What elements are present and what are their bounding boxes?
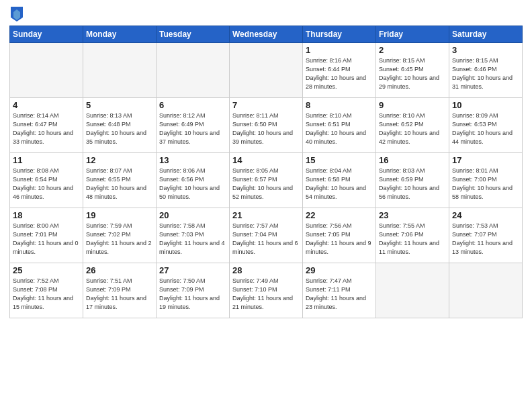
day-number: 16 [379, 155, 446, 165]
calendar-cell: 14Sunrise: 8:05 AMSunset: 6:57 PMDayligh… [230, 153, 303, 208]
day-info: Sunrise: 8:11 AMSunset: 6:50 PMDaylight:… [232, 111, 300, 146]
day-info: Sunrise: 8:08 AMSunset: 6:54 PMDaylight:… [13, 167, 80, 201]
calendar-cell: 23Sunrise: 7:55 AMSunset: 7:06 PMDayligh… [376, 208, 449, 263]
calendar-cell: 22Sunrise: 7:56 AMSunset: 7:05 PMDayligh… [303, 208, 376, 263]
calendar-cell: 5Sunrise: 8:13 AMSunset: 6:48 PMDaylight… [83, 98, 157, 153]
calendar-cell: 27Sunrise: 7:50 AMSunset: 7:09 PMDayligh… [157, 263, 230, 318]
calendar-cell: 17Sunrise: 8:01 AMSunset: 7:00 PMDayligh… [449, 153, 523, 208]
calendar-cell: 8Sunrise: 8:10 AMSunset: 6:51 PMDaylight… [303, 98, 376, 153]
calendar-cell: 24Sunrise: 7:53 AMSunset: 7:07 PMDayligh… [449, 208, 523, 263]
day-number: 7 [232, 100, 300, 110]
day-number: 4 [13, 100, 80, 110]
day-number: 28 [232, 265, 300, 275]
day-info: Sunrise: 8:00 AMSunset: 7:01 PMDaylight:… [13, 222, 80, 257]
day-info: Sunrise: 8:06 AMSunset: 6:56 PMDaylight:… [159, 167, 226, 201]
calendar-cell: 9Sunrise: 8:10 AMSunset: 6:52 PMDaylight… [376, 98, 449, 153]
day-info: Sunrise: 7:58 AMSunset: 7:03 PMDaylight:… [159, 222, 226, 257]
day-info: Sunrise: 7:57 AMSunset: 7:04 PMDaylight:… [232, 222, 300, 257]
day-number: 20 [159, 210, 226, 220]
logo [9, 7, 23, 21]
day-number: 12 [86, 155, 153, 165]
day-info: Sunrise: 8:03 AMSunset: 6:59 PMDaylight:… [379, 167, 446, 201]
day-info: Sunrise: 8:09 AMSunset: 6:53 PMDaylight:… [452, 111, 519, 146]
day-info: Sunrise: 7:51 AMSunset: 7:09 PMDaylight:… [86, 277, 153, 312]
day-info: Sunrise: 7:49 AMSunset: 7:10 PMDaylight:… [232, 277, 300, 312]
day-number: 27 [159, 265, 226, 275]
calendar-cell: 10Sunrise: 8:09 AMSunset: 6:53 PMDayligh… [449, 98, 523, 153]
calendar-cell: 1Sunrise: 8:16 AMSunset: 6:44 PMDaylight… [303, 43, 376, 98]
col-header-thursday: Thursday [303, 26, 376, 43]
day-number: 26 [86, 265, 153, 275]
calendar-cell: 18Sunrise: 8:00 AMSunset: 7:01 PMDayligh… [10, 208, 83, 263]
header [9, 7, 523, 21]
day-number: 19 [86, 210, 153, 220]
calendar-cell [157, 43, 230, 98]
calendar-week-2: 4Sunrise: 8:14 AMSunset: 6:47 PMDaylight… [10, 98, 523, 153]
calendar-cell [376, 263, 449, 318]
day-number: 6 [159, 100, 226, 110]
calendar-cell: 11Sunrise: 8:08 AMSunset: 6:54 PMDayligh… [10, 153, 83, 208]
calendar-table: SundayMondayTuesdayWednesdayThursdayFrid… [9, 26, 523, 318]
calendar-cell: 25Sunrise: 7:52 AMSunset: 7:08 PMDayligh… [10, 263, 83, 318]
day-info: Sunrise: 8:15 AMSunset: 6:45 PMDaylight:… [379, 56, 446, 91]
calendar-cell: 28Sunrise: 7:49 AMSunset: 7:10 PMDayligh… [230, 263, 303, 318]
day-number: 22 [306, 210, 373, 220]
calendar-week-3: 11Sunrise: 8:08 AMSunset: 6:54 PMDayligh… [10, 153, 523, 208]
day-number: 29 [306, 265, 373, 275]
day-info: Sunrise: 8:16 AMSunset: 6:44 PMDaylight:… [306, 56, 373, 91]
day-info: Sunrise: 7:59 AMSunset: 7:02 PMDaylight:… [86, 222, 153, 257]
day-number: 17 [452, 155, 519, 165]
day-number: 13 [159, 155, 226, 165]
day-info: Sunrise: 8:04 AMSunset: 6:58 PMDaylight:… [306, 167, 373, 201]
calendar-cell: 3Sunrise: 8:15 AMSunset: 6:46 PMDaylight… [449, 43, 523, 98]
day-number: 15 [306, 155, 373, 165]
day-info: Sunrise: 7:50 AMSunset: 7:09 PMDaylight:… [159, 277, 226, 312]
day-number: 14 [232, 155, 300, 165]
day-number: 25 [13, 265, 80, 275]
day-info: Sunrise: 8:13 AMSunset: 6:48 PMDaylight:… [86, 111, 153, 146]
day-info: Sunrise: 7:56 AMSunset: 7:05 PMDaylight:… [306, 222, 373, 257]
day-number: 1 [306, 45, 373, 55]
day-info: Sunrise: 8:10 AMSunset: 6:51 PMDaylight:… [306, 111, 373, 146]
day-number: 3 [452, 45, 519, 55]
day-info: Sunrise: 8:10 AMSunset: 6:52 PMDaylight:… [379, 111, 446, 146]
calendar-cell: 21Sunrise: 7:57 AMSunset: 7:04 PMDayligh… [230, 208, 303, 263]
calendar-cell: 7Sunrise: 8:11 AMSunset: 6:50 PMDaylight… [230, 98, 303, 153]
calendar-cell: 2Sunrise: 8:15 AMSunset: 6:45 PMDaylight… [376, 43, 449, 98]
day-number: 11 [13, 155, 80, 165]
day-number: 10 [452, 100, 519, 110]
calendar-cell: 15Sunrise: 8:04 AMSunset: 6:58 PMDayligh… [303, 153, 376, 208]
calendar-cell: 12Sunrise: 8:07 AMSunset: 6:55 PMDayligh… [83, 153, 157, 208]
day-number: 23 [379, 210, 446, 220]
calendar-cell: 16Sunrise: 8:03 AMSunset: 6:59 PMDayligh… [376, 153, 449, 208]
page-container: SundayMondayTuesdayWednesdayThursdayFrid… [0, 0, 532, 322]
day-info: Sunrise: 8:14 AMSunset: 6:47 PMDaylight:… [13, 111, 80, 146]
calendar-cell: 20Sunrise: 7:58 AMSunset: 7:03 PMDayligh… [157, 208, 230, 263]
col-header-tuesday: Tuesday [157, 26, 230, 43]
col-header-saturday: Saturday [449, 26, 523, 43]
day-info: Sunrise: 7:52 AMSunset: 7:08 PMDaylight:… [13, 277, 80, 312]
calendar-cell: 6Sunrise: 8:12 AMSunset: 6:49 PMDaylight… [157, 98, 230, 153]
day-number: 5 [86, 100, 153, 110]
calendar-week-4: 18Sunrise: 8:00 AMSunset: 7:01 PMDayligh… [10, 208, 523, 263]
header-row: SundayMondayTuesdayWednesdayThursdayFrid… [10, 26, 523, 43]
col-header-sunday: Sunday [10, 26, 83, 43]
col-header-wednesday: Wednesday [230, 26, 303, 43]
day-info: Sunrise: 8:15 AMSunset: 6:46 PMDaylight:… [452, 56, 519, 91]
day-info: Sunrise: 8:05 AMSunset: 6:57 PMDaylight:… [232, 167, 300, 201]
calendar-week-5: 25Sunrise: 7:52 AMSunset: 7:08 PMDayligh… [10, 263, 523, 318]
calendar-cell [10, 43, 83, 98]
day-info: Sunrise: 7:53 AMSunset: 7:07 PMDaylight:… [452, 222, 519, 257]
day-number: 18 [13, 210, 80, 220]
calendar-cell: 29Sunrise: 7:47 AMSunset: 7:11 PMDayligh… [303, 263, 376, 318]
col-header-friday: Friday [376, 26, 449, 43]
calendar-cell: 13Sunrise: 8:06 AMSunset: 6:56 PMDayligh… [157, 153, 230, 208]
day-info: Sunrise: 8:01 AMSunset: 7:00 PMDaylight:… [452, 167, 519, 201]
day-info: Sunrise: 7:47 AMSunset: 7:11 PMDaylight:… [306, 277, 373, 312]
logo-text [9, 7, 23, 21]
day-info: Sunrise: 7:55 AMSunset: 7:06 PMDaylight:… [379, 222, 446, 257]
col-header-monday: Monday [83, 26, 157, 43]
logo-icon [11, 7, 23, 21]
calendar-cell: 19Sunrise: 7:59 AMSunset: 7:02 PMDayligh… [83, 208, 157, 263]
day-number: 21 [232, 210, 300, 220]
